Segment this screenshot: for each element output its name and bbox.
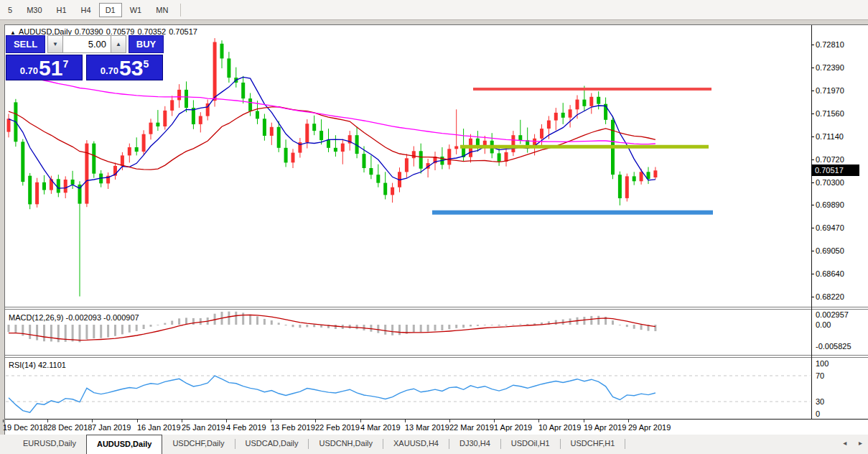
chart-tab-dj30-h4[interactable]: DJ30,H4 xyxy=(449,435,500,454)
price-tick xyxy=(811,228,814,228)
macd-panel-splitter[interactable] xyxy=(5,307,868,310)
buy-button[interactable]: BUY xyxy=(129,35,164,53)
buy-price-prefix: 0.70 xyxy=(101,65,118,76)
date-tick xyxy=(226,420,227,422)
buy-price-pip: 5 xyxy=(143,58,149,70)
date-tick xyxy=(538,420,539,422)
rsi-line xyxy=(9,376,655,412)
chart-tab-xauusd-h4[interactable]: XAUUSD,H4 xyxy=(383,435,449,454)
rsi-label: RSI(14) xyxy=(9,361,36,369)
price-tick xyxy=(811,91,814,91)
date-tick xyxy=(315,420,316,422)
date-tick xyxy=(628,420,629,422)
tab-scroll-left-icon[interactable]: ◂ xyxy=(843,439,846,447)
chart-tab-usdchf-daily[interactable]: USDCHF,Daily xyxy=(162,435,234,454)
rsi-value: 42.1101 xyxy=(38,361,66,369)
chart-tab-eurusd-daily[interactable]: EURUSD,Daily xyxy=(13,435,86,454)
time-axis-border xyxy=(5,419,868,420)
chart-tab-usdchf-h1[interactable]: USDCHF,H1 xyxy=(561,435,625,454)
price-axis-border xyxy=(811,25,812,419)
sell-price-big: 51 xyxy=(39,58,62,78)
close-value: 0.70517 xyxy=(169,27,197,36)
rsi-caption: RSI(14) 42.1101 xyxy=(9,361,66,369)
price-tick xyxy=(811,45,814,45)
chart-tab-audusd-daily[interactable]: AUDUSD,Daily xyxy=(86,435,162,454)
ma-slow-line xyxy=(9,73,655,144)
chart-tab-usdcnh-daily[interactable]: USDCNH,Daily xyxy=(309,435,383,454)
price-tick xyxy=(811,251,814,251)
price-tick xyxy=(811,297,814,297)
rsi-panel-splitter[interactable] xyxy=(5,355,868,358)
price-tick xyxy=(811,68,814,68)
price-tick xyxy=(811,205,814,205)
tab-scroll-right-icon[interactable]: ▸ xyxy=(859,439,862,447)
date-tick xyxy=(3,420,4,422)
date-tick xyxy=(182,420,182,422)
buy-price-big: 53 xyxy=(119,58,143,78)
sell-button[interactable]: SELL xyxy=(6,35,45,53)
one-click-trading-panel: SELL ▼ ▲ BUY 0.70 51 7 0.70 53 5 xyxy=(6,35,164,80)
date-tick xyxy=(360,420,361,422)
date-tick xyxy=(137,420,138,422)
date-tick xyxy=(405,420,406,422)
date-tick xyxy=(449,420,450,422)
volume-input[interactable] xyxy=(63,35,111,53)
chart-tab-usdcad-daily[interactable]: USDCAD,Daily xyxy=(235,435,309,454)
date-tick xyxy=(584,420,584,422)
date-tick xyxy=(47,420,48,422)
date-tick xyxy=(92,420,93,422)
buy-price-box[interactable]: 0.70 53 5 xyxy=(86,55,163,80)
macd-caption: MACD(12,26,9) -0.002093 -0.000907 xyxy=(9,313,139,322)
tab-scroll-arrows: ◂ ▸ xyxy=(833,439,862,447)
price-tick xyxy=(811,114,814,114)
price-tick xyxy=(811,274,814,274)
current-price-badge: 0.70517 xyxy=(811,165,859,176)
trading-terminal-window: 5M30H1H4D1W1MN ▲AUDUSD,Daily0.703900.705… xyxy=(0,0,868,454)
chart-tab-bar: EURUSD,DailyAUDUSD,DailyUSDCHF,DailyUSDC… xyxy=(0,435,868,454)
tab-separator xyxy=(625,439,625,449)
macd-label: MACD(12,26,9) xyxy=(9,313,63,322)
ma-fast-line xyxy=(9,77,655,188)
price-tick xyxy=(811,159,814,160)
sell-price-pip: 7 xyxy=(62,58,68,70)
date-tick xyxy=(271,420,271,422)
volume-increase-button[interactable]: ▲ xyxy=(111,35,126,53)
sell-price-box[interactable]: 0.70 51 7 xyxy=(6,55,83,80)
chart-tab-usdoil-h1[interactable]: USDOil,H1 xyxy=(501,435,560,454)
price-tick xyxy=(811,182,814,183)
price-tick xyxy=(811,136,814,137)
volume-decrease-button[interactable]: ▼ xyxy=(47,35,63,53)
macd-signal-value: -0.000907 xyxy=(103,313,139,322)
sell-price-prefix: 0.70 xyxy=(20,65,38,76)
date-tick xyxy=(494,420,495,422)
macd-main-value: -0.002093 xyxy=(65,313,101,322)
